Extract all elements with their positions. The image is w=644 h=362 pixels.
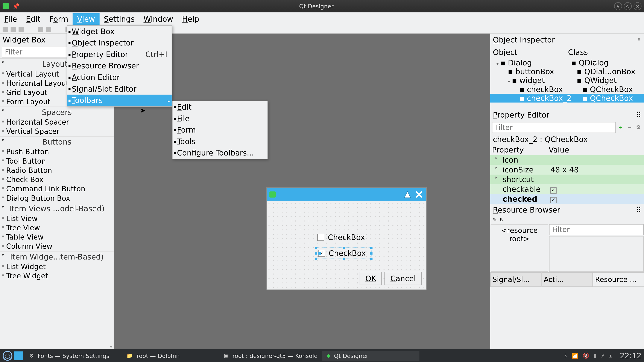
volume-icon[interactable]: 🔇 — [582, 353, 589, 359]
menu-item[interactable]: ▪Resource Browser — [67, 60, 172, 72]
widget-item[interactable]: Push Button — [0, 147, 114, 156]
resource-tree[interactable]: <resource root> — [491, 224, 548, 272]
checkbox-icon[interactable] — [317, 234, 324, 241]
copy-icon[interactable] — [38, 27, 43, 32]
checkbox-icon[interactable]: ✓ — [318, 250, 325, 257]
dock-handle-icon[interactable]: ⠿ — [637, 37, 642, 42]
wifi-icon[interactable]: 📶 — [572, 353, 578, 359]
taskbar[interactable]: ◯ ⚙Fonts — System Settings📁root — Dolphi… — [0, 349, 644, 362]
object-inspector-tree[interactable]: ▾▪ Dialog▪ QDialog▪ buttonBox▪ QDial...o… — [490, 58, 644, 102]
minimize-button[interactable]: ∨ — [614, 2, 622, 10]
show-desktop-button[interactable] — [14, 351, 23, 360]
clock[interactable]: 22:12 — [620, 351, 642, 360]
submenu-item[interactable]: ▪Form — [172, 124, 267, 136]
power-icon[interactable]: ⚡ — [601, 353, 605, 359]
widget-item[interactable]: Horizontal Spacer — [0, 117, 114, 127]
property-filter-input[interactable] — [492, 122, 616, 133]
dock-handle-icon[interactable]: ⠿ — [636, 110, 642, 119]
widget-item[interactable]: Tree Widget — [0, 271, 114, 281]
object-row[interactable]: ▾▪ Dialog▪ QDialog — [490, 58, 644, 67]
bluetooth-icon[interactable]: ᚼ — [564, 353, 567, 359]
resource-root-label[interactable]: <resource root> — [493, 226, 546, 243]
dialog-max-icon[interactable] — [402, 190, 412, 199]
tab-resource[interactable]: Resource ... — [593, 272, 644, 287]
widget-item[interactable]: Command Link Button — [0, 184, 114, 193]
system-tray[interactable]: ᚼ 📶 🔇 ▮ ⚡ ▴ 22:12 — [564, 351, 642, 360]
designed-dialog[interactable]: CheckBox ✓ CheckBox — [266, 187, 426, 290]
paste-icon[interactable] — [46, 27, 51, 32]
view-menu-popup[interactable]: ▪Widget Box▪Object Inspector▪Property Ed… — [67, 25, 172, 106]
save-icon[interactable] — [19, 27, 24, 32]
taskbar-task[interactable]: ▣root : designer-qt5 — Konsole — [220, 351, 322, 361]
col-object[interactable]: Object — [492, 47, 567, 57]
widget-group[interactable]: ▾Item Widge...tem-Based) — [0, 251, 114, 262]
widget-item[interactable]: Vertical Spacer — [0, 127, 114, 136]
cancel-button[interactable]: Cancel — [385, 272, 422, 285]
widget-item[interactable]: Tool Button — [0, 157, 114, 166]
property-row[interactable]: checked✓ — [490, 194, 644, 204]
widget-group[interactable]: ▾Buttons — [0, 136, 114, 147]
menu-help[interactable]: Help — [178, 13, 204, 25]
property-row[interactable]: ▸iconSize48 x 48 — [490, 165, 644, 175]
menu-item[interactable]: ▪Action Editor — [67, 72, 172, 83]
tray-expand-icon[interactable]: ▴ — [609, 353, 612, 359]
object-row[interactable]: ▾▪ widget▪ QWidget — [490, 76, 644, 85]
col-property[interactable]: Property — [492, 145, 549, 154]
widget-group[interactable]: ▾Spacers — [0, 107, 114, 118]
menu-item[interactable]: ▪Widget Box — [67, 26, 172, 37]
submenu-item[interactable]: ▪Configure Toolbars... — [172, 147, 267, 159]
dialog-close-icon[interactable] — [414, 190, 424, 199]
col-value[interactable]: Value — [549, 145, 569, 154]
checkbox-2[interactable]: ✓ CheckBox — [316, 248, 371, 258]
col-class[interactable]: Class — [567, 47, 642, 57]
new-form-icon[interactable] — [2, 27, 8, 32]
menu-item[interactable]: ▪Toolbars▸ — [67, 95, 172, 106]
object-row[interactable]: ▪ checkBox_2▪ QCheckBox — [490, 94, 644, 102]
property-table[interactable]: ▸icon▸iconSize48 x 48▸shortcutcheckable✓… — [490, 155, 644, 204]
taskbar-task[interactable]: ⚙Fonts — System Settings — [25, 351, 122, 361]
bottom-tabs[interactable]: Signal/Sl... Acti... Resource ... — [490, 272, 644, 287]
maximize-button[interactable]: ◇ — [624, 2, 632, 10]
widget-group[interactable]: ▾Item Views ...odel-Based) — [0, 203, 114, 214]
submenu-item[interactable]: ▪Edit — [172, 101, 267, 113]
property-columns[interactable]: Property Value — [490, 145, 644, 155]
object-row[interactable]: ▪ checkBox▪ QCheckBox — [490, 85, 644, 94]
dialog-button-box[interactable]: OK Cancel — [360, 272, 422, 285]
ok-button[interactable]: OK — [360, 272, 382, 285]
object-inspector-header[interactable]: Object Class — [490, 46, 644, 58]
checkbox-1[interactable]: CheckBox — [317, 233, 365, 242]
menu-view[interactable]: View — [73, 13, 100, 25]
tab-signal-slot[interactable]: Signal/Sl... — [490, 272, 542, 287]
open-icon[interactable] — [10, 27, 16, 32]
dialog-titlebar[interactable] — [267, 188, 426, 201]
widget-item[interactable]: Dialog Button Box — [0, 194, 114, 203]
property-row[interactable]: ▸icon — [490, 155, 644, 165]
menu-settings[interactable]: Settings — [100, 13, 139, 25]
taskbar-task[interactable]: 📁root — Dolphin — [122, 351, 220, 361]
tab-action[interactable]: Acti... — [542, 272, 593, 287]
menu-item[interactable]: ▪Property EditorCtrl+I — [67, 49, 172, 60]
start-button[interactable]: ◯ — [2, 351, 12, 361]
taskbar-task[interactable]: ◆Qt Designer — [322, 351, 419, 361]
add-dynamic-prop-icon[interactable]: ＋ — [617, 122, 625, 132]
resource-filter-input[interactable] — [549, 224, 644, 235]
dialog-body[interactable]: CheckBox ✓ CheckBox — [267, 201, 426, 290]
edit-resources-icon[interactable]: ✎ — [493, 217, 497, 223]
prop-sort-icon[interactable]: ⚙ — [634, 122, 642, 132]
submenu-item[interactable]: ▪File — [172, 113, 267, 124]
widget-item[interactable]: Column View — [0, 242, 114, 251]
menu-window[interactable]: Window — [139, 13, 178, 25]
reload-icon[interactable]: ↻ — [500, 217, 504, 223]
menubar[interactable]: File Edit Form View Settings Window Help — [0, 12, 644, 26]
close-button[interactable]: ✕ — [634, 2, 642, 10]
menu-form[interactable]: Form — [45, 13, 73, 25]
remove-dynamic-prop-icon[interactable]: − — [626, 122, 634, 132]
widget-item[interactable]: Check Box — [0, 175, 114, 184]
widget-item[interactable]: Table View — [0, 233, 114, 242]
dock-handle-icon[interactable]: ⠿ — [636, 205, 642, 214]
widget-item[interactable]: List Widget — [0, 262, 114, 271]
toolbars-submenu[interactable]: ▪Edit▪File▪Form▪Tools▪Configure Toolbars… — [172, 101, 268, 159]
battery-icon[interactable]: ▮ — [594, 353, 597, 359]
submenu-item[interactable]: ▪Tools — [172, 136, 267, 147]
widget-item[interactable]: Tree View — [0, 223, 114, 233]
